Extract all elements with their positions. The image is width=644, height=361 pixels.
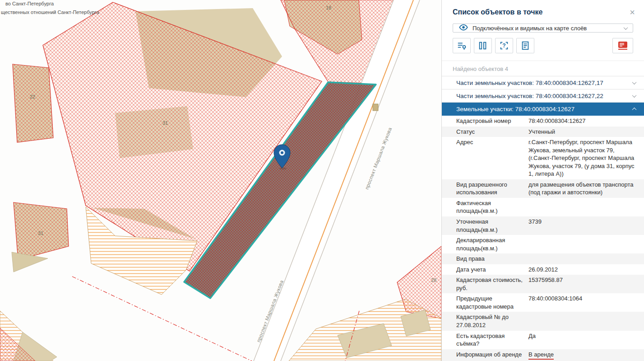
attribute-row: Декларированная площадь(кв.м.): [442, 235, 644, 253]
red-lines-legend-icon[interactable]: [612, 38, 633, 53]
attribute-row: Фактическая площадь(кв.м.): [442, 198, 644, 216]
layers-eye-icon: [459, 24, 468, 32]
identify-help-icon[interactable]: ?: [495, 38, 513, 53]
parcel-label-31: 31: [162, 120, 168, 126]
objects-panel: Список объектов в точке × Подключённых и…: [441, 0, 644, 361]
attr-label: Кадастровый номер: [456, 117, 523, 125]
attr-value: для размещения объектов транспорта (под …: [528, 181, 636, 197]
result-sections: Части земельных участков: 78:40:0008304:…: [442, 76, 644, 116]
attribute-row: Кадастровый номер 78:40:0008304:12627: [442, 116, 644, 127]
panel-toolbar: ?: [453, 38, 633, 53]
layer-filter-select[interactable]: Подключённых и видимых на карте слоёв: [453, 23, 633, 33]
attr-label: Кадастровый № до 27.08.2012: [456, 313, 523, 329]
attr-label: Кадастровая стоимость, руб.: [456, 276, 523, 292]
objects-list-icon[interactable]: [453, 38, 471, 53]
section-label: Земельные участки: 78:40:0008304:12627: [456, 106, 633, 113]
parcel-label-31-small: 31: [38, 230, 43, 236]
found-count-label: Найдено объектов 4: [442, 61, 644, 76]
section-land-parts-17[interactable]: Части земельных участков: 78:40:0008304:…: [442, 76, 644, 89]
building-22-hatched[interactable]: [13, 64, 53, 142]
close-icon[interactable]: ×: [630, 8, 635, 17]
attr-value: г.Санкт-Петербург, проспект Маршала Жуко…: [528, 138, 636, 178]
attr-value: 78:40:0008304:12627: [528, 117, 636, 125]
attr-value: 26.09.2012: [528, 266, 636, 274]
map-attribution-line1: во Санкт-Петербурга: [5, 1, 54, 6]
small-structure[interactable]: [373, 104, 378, 111]
attr-value: Учтенный: [528, 128, 636, 136]
attribute-row: Вид права: [442, 253, 644, 264]
map-attribution-line2: щественных отношений Санкт-Петербурга: [1, 9, 100, 15]
parcel-label-22: 22: [30, 94, 35, 99]
attr-label: Предыдущие кадастровые номера: [456, 295, 523, 310]
chevron-up-icon: [632, 107, 637, 112]
parcel-31-small-hatched[interactable]: [12, 202, 69, 272]
attr-value: [528, 236, 636, 252]
attr-label: Декларированная площадь(кв.м.): [456, 236, 523, 252]
attr-value-rent: В аренде: [528, 351, 554, 360]
attribute-row-rent: Информация об аренде В аренде: [442, 349, 644, 361]
parcel-label-18: 18: [326, 5, 331, 10]
attribute-row: Адрес г.Санкт-Петербург, проспект Маршал…: [442, 137, 644, 179]
attr-value: [528, 255, 636, 263]
attribute-row: Уточненная площадь(кв.м.) 3739: [442, 216, 644, 235]
attr-label: Информация об аренде: [456, 351, 523, 360]
street-label: проспект Маршала Жукова: [364, 127, 393, 190]
section-label: Части земельных участков: 78:40:0008304:…: [456, 80, 633, 86]
parcel-31-hatched[interactable]: [43, 2, 322, 271]
section-land-parcel-expanded[interactable]: Земельные участки: 78:40:0008304:12627: [442, 103, 644, 116]
attr-label: Вид права: [456, 255, 523, 263]
columns-select-icon[interactable]: [474, 38, 492, 53]
bottom-right-zones[interactable]: [289, 299, 441, 361]
attribute-row: Кадастровый № до 27.08.2012: [442, 312, 644, 330]
chevron-down-icon: [632, 93, 637, 98]
panel-title: Список объектов в точке: [453, 8, 542, 16]
map-svg[interactable]: проспект Маршала Жукова проспект Маршала…: [0, 0, 441, 361]
section-label: Части земельных участков: 78:40:0008304:…: [456, 93, 633, 99]
panel-header: Список объектов в точке ×: [442, 0, 644, 23]
attr-label: Адрес: [456, 138, 523, 178]
attribute-row: Дата учета 26.09.2012: [442, 264, 644, 275]
chevron-down-icon: [624, 25, 628, 30]
section-land-parts-22[interactable]: Части земельных участков: 78:40:0008304:…: [442, 89, 644, 103]
bottom-left-zones[interactable]: [0, 311, 57, 361]
attr-value: 15375958.87: [528, 276, 636, 292]
attr-value: Да: [528, 332, 636, 348]
attr-label: Фактическая площадь(кв.м.): [456, 199, 523, 215]
layer-filter-value: Подключённых и видимых на карте слоёв: [473, 25, 620, 32]
parcel-label-28: 28: [431, 277, 436, 283]
report-icon[interactable]: [516, 38, 534, 53]
attr-value: [528, 313, 636, 329]
attr-label: Вид разрешенного использования: [456, 181, 523, 197]
attr-label: Дата учета: [456, 266, 523, 274]
attribute-table: Кадастровый номер 78:40:0008304:12627 Ст…: [442, 116, 644, 361]
attr-label: Есть кадастровая съёмка?: [456, 332, 523, 348]
attr-value: 3739: [528, 218, 636, 234]
chevron-down-icon: [632, 80, 637, 84]
attr-value: [528, 199, 636, 215]
question-glyph: ?: [502, 42, 505, 49]
map-canvas[interactable]: проспект Маршала Жукова проспект Маршала…: [0, 0, 441, 361]
attr-label: Статус: [456, 128, 523, 136]
attribute-row: Статус Учтенный: [442, 127, 644, 137]
attribute-row: Кадастровая стоимость, руб. 15375958.87: [442, 275, 644, 293]
attribute-row: Есть кадастровая съёмка? Да: [442, 331, 644, 349]
attribute-row: Вид разрешенного использования для разме…: [442, 179, 644, 198]
attr-label: Уточненная площадь(кв.м.): [456, 218, 523, 234]
attr-value: 78:40:0008304:1064: [528, 295, 636, 310]
attribute-row: Предыдущие кадастровые номера 78:40:0008…: [442, 293, 644, 312]
